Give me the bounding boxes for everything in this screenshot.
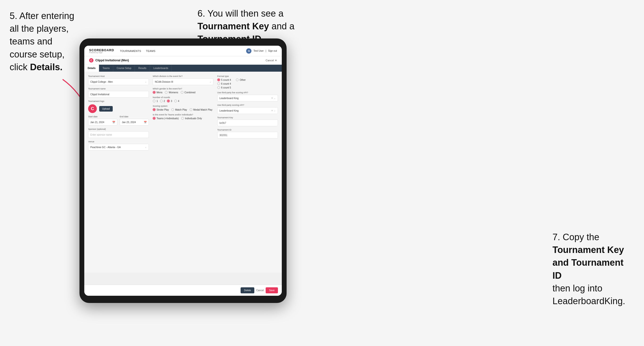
cancel-button[interactable]: Cancel ✕ — [266, 59, 277, 62]
individuals-only-label: Individuals Only — [185, 117, 202, 120]
format-other-radio[interactable] — [236, 78, 239, 81]
tab-details[interactable]: Details — [84, 65, 99, 72]
format-other[interactable]: Other — [236, 78, 246, 81]
gender-combined[interactable]: Combined — [181, 91, 196, 94]
format-5count4-radio[interactable] — [217, 78, 220, 81]
round-3-label: 3 — [171, 100, 172, 102]
rounds-radio-group: 1 2 3 4 — [153, 100, 214, 102]
tab-teams[interactable]: Teams — [99, 65, 113, 72]
chevron-down-icon: ⌄ — [145, 81, 147, 83]
annotation-br-line5: LeaderboardKing. — [552, 296, 625, 306]
api-alt-select[interactable]: Leaderboard King ✕ ⌄ — [217, 107, 278, 114]
format-6count5-radio[interactable] — [217, 86, 220, 89]
api-alt-clear-icon[interactable]: ✕ ⌄ — [271, 109, 276, 112]
format-6count5[interactable]: 6 count 5 — [217, 86, 231, 89]
gender-womens-label: Womens — [168, 91, 178, 94]
tab-course-setup-label: Course Setup — [116, 67, 131, 69]
venue-select[interactable]: Peachtree GC - Atlanta - GA ⌄ — [88, 144, 149, 151]
format-6count4-radio[interactable] — [217, 82, 220, 85]
scoring-stroke[interactable]: Stroke Play — [153, 108, 169, 111]
sponsor-label: Sponsor (optional) — [88, 128, 149, 130]
scoring-match-radio[interactable] — [171, 108, 174, 111]
scoring-stroke-label: Stroke Play — [156, 108, 169, 111]
format-6count4[interactable]: 6 count 4 — [217, 82, 231, 85]
end-date-label: End date — [120, 115, 149, 118]
teams-plus-label: Teams (+Individuals) — [156, 117, 179, 120]
scoring-medal-match-radio[interactable] — [190, 108, 192, 111]
tournament-name-label: Tournament name — [88, 88, 149, 90]
round-4[interactable]: 4 — [174, 100, 180, 102]
round-2-label: 2 — [164, 100, 165, 102]
tournament-gender: (Men) — [121, 59, 129, 62]
tournament-name-group: Tournament name Clippd Invitational — [88, 88, 149, 98]
scoreboard-logo: SCOREBOARD Powered by clippt — [89, 49, 114, 53]
division-select[interactable]: NCAA Division III ⌄ — [153, 78, 214, 85]
individuals-only[interactable]: Individuals Only — [181, 117, 202, 120]
division-value: NCAA Division III — [155, 81, 173, 83]
format-type-group: Format type 5 count 4 6 count 4 — [217, 75, 278, 89]
nav-tournaments[interactable]: TOURNAMENTS — [120, 49, 141, 52]
save-button[interactable]: Save — [266, 287, 278, 293]
scoring-match[interactable]: Match Play — [171, 108, 187, 111]
footer-cancel-button[interactable]: Cancel — [256, 289, 264, 292]
gender-womens[interactable]: Womens — [165, 91, 178, 94]
teams-plus-individuals[interactable]: Teams (+Individuals) — [153, 117, 179, 120]
upload-button[interactable]: Upload — [99, 106, 113, 112]
round-3-radio[interactable] — [167, 100, 170, 102]
gender-womens-radio[interactable] — [165, 91, 168, 94]
logo-subtitle: Powered by clippt — [89, 52, 114, 53]
tab-course-setup[interactable]: Course Setup — [113, 65, 135, 72]
api-alt-label: Use third-party scoring API? — [217, 104, 278, 106]
sponsor-input[interactable]: Enter sponsor name — [88, 131, 149, 138]
round-2-radio[interactable] — [160, 100, 163, 102]
scoring-radio-group: Stroke Play Match Play Medal Match Play — [153, 108, 214, 111]
round-1-radio[interactable] — [153, 100, 156, 102]
round-2[interactable]: 2 — [160, 100, 165, 102]
annotation-br-line3: and Tournament ID — [552, 258, 624, 280]
scoring-medal-match[interactable]: Medal Match Play — [190, 108, 212, 111]
tournament-id-value: 302051 — [217, 132, 278, 139]
tab-results[interactable]: Results — [135, 65, 150, 72]
format-other-label: Other — [240, 79, 246, 81]
cancel-label: Cancel — [266, 59, 274, 62]
format-label: Format type — [217, 75, 278, 77]
sign-out-link[interactable]: Sign out — [268, 49, 277, 52]
delete-button[interactable]: Delete — [240, 287, 254, 293]
annotation-bottom-right: 7. Copy the Tournament Key and Tournamen… — [552, 231, 634, 308]
start-date-label: Start date — [88, 115, 117, 118]
rounds-label: Number of rounds — [153, 96, 214, 99]
scoring-stroke-radio[interactable] — [153, 108, 156, 111]
tournament-name-input[interactable]: Clippd Invitational — [88, 91, 149, 98]
venue-group: Venue Peachtree GC - Atlanta - GA ⌄ — [88, 140, 149, 151]
nav-teams[interactable]: TEAMS — [146, 49, 155, 52]
tab-leaderboards[interactable]: Leaderboards — [150, 65, 172, 72]
tournament-logo-group: Tournament logo C Upload — [88, 100, 149, 113]
gender-mens-radio[interactable] — [153, 91, 156, 94]
round-4-radio[interactable] — [174, 100, 177, 102]
teams-plus-radio[interactable] — [153, 117, 156, 120]
tournament-host-label: Tournament Host — [88, 75, 149, 77]
gender-mens[interactable]: Mens — [153, 91, 162, 94]
tablet-screen: SCOREBOARD Powered by clippt TOURNAMENTS… — [84, 46, 282, 296]
round-3[interactable]: 3 — [167, 100, 172, 102]
tournament-host-select[interactable]: Clippd College - Men ⌄ — [88, 78, 149, 85]
individuals-only-radio[interactable] — [181, 117, 184, 120]
format-col-left: 5 count 4 6 count 4 6 count 5 — [217, 78, 231, 89]
gender-combined-radio[interactable] — [181, 91, 184, 94]
division-chevron-icon: ⌄ — [210, 81, 211, 83]
content-grid: Tournament Host Clippd College - Men ⌄ T… — [88, 75, 278, 151]
format-options-row: 5 count 4 6 count 4 6 count 5 — [217, 78, 278, 89]
gender-label: Which gender is the event for? — [153, 88, 214, 90]
teams-radio-group: Teams (+Individuals) Individuals Only — [153, 117, 214, 120]
gender-radio-group: Mens Womens Combined — [153, 91, 214, 94]
api-live-select[interactable]: Leaderboard King ✕ ⌄ — [217, 95, 278, 101]
round-1[interactable]: 1 — [153, 100, 158, 102]
tournament-key-label: Tournament Key — [217, 116, 278, 119]
tournament-logo-label: Tournament logo — [88, 100, 149, 102]
api-live-clear-icon[interactable]: ✕ ⌄ — [271, 97, 276, 99]
format-5count4[interactable]: 5 count 4 — [217, 78, 231, 81]
start-date-input[interactable]: Jan 21, 2024 📅 — [88, 119, 117, 126]
end-date-value: Jan 23, 2024 — [122, 121, 136, 124]
tab-leaderboards-label: Leaderboards — [154, 67, 168, 69]
end-date-input[interactable]: Jan 23, 2024 📅 — [120, 119, 149, 126]
